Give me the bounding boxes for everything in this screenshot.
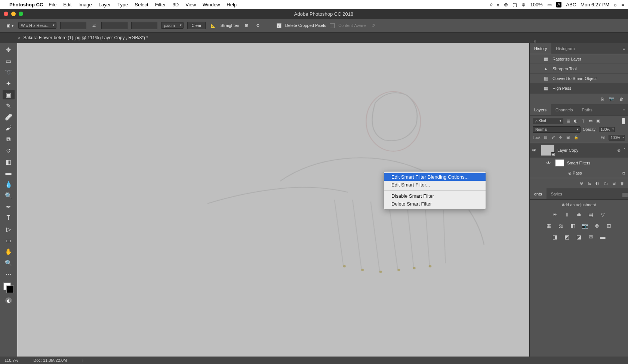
visibility-icon[interactable]: 👁 xyxy=(546,160,552,166)
snapshot-icon[interactable]: 📷 xyxy=(609,96,614,101)
layer-fx-icon[interactable]: fx xyxy=(588,181,591,186)
shape-tool[interactable]: ▭ xyxy=(3,235,15,245)
vibrance-icon[interactable]: ▽ xyxy=(599,211,607,218)
filter-type-icon[interactable]: T xyxy=(581,118,586,124)
crop-tool[interactable]: ▣ xyxy=(3,90,15,99)
levels-icon[interactable]: ⫴ xyxy=(563,211,571,218)
filter-link-icon[interactable]: ⊚ xyxy=(617,148,621,153)
doc-info[interactable]: Doc: 11.0M/22.0M xyxy=(33,358,67,363)
airplay-icon[interactable]: ▢ xyxy=(512,2,517,7)
gradient-map-icon[interactable]: ✉ xyxy=(587,233,595,241)
dropbox-icon[interactable]: ⩷ xyxy=(497,2,499,7)
crop-tool-icon[interactable]: ▣ ▾ xyxy=(6,21,15,30)
delete-state-icon[interactable]: 🗑 xyxy=(619,97,624,101)
gradient-tool[interactable]: ▬ xyxy=(3,168,15,178)
crop-width-field[interactable] xyxy=(60,22,86,29)
new-layer-icon[interactable]: ⊞ xyxy=(612,181,616,186)
delete-cropped-checkbox[interactable]: ✓ xyxy=(277,23,281,28)
filter-blend-icon[interactable]: ⧉ xyxy=(622,171,628,176)
layers-menu-icon[interactable]: ≡ xyxy=(620,108,628,112)
tab-channels[interactable]: Channels xyxy=(551,104,577,115)
history-menu-icon[interactable]: ≡ xyxy=(620,46,628,51)
settings-icon[interactable]: ⚙ xyxy=(254,22,262,29)
zoom-tool[interactable]: 🔍 xyxy=(3,258,15,268)
straighten-label[interactable]: Straighten xyxy=(221,23,239,28)
menu-help[interactable]: Help xyxy=(227,2,237,7)
threshold-icon[interactable]: ◪ xyxy=(575,233,583,241)
crop-res-field[interactable] xyxy=(131,22,157,29)
expand-icon[interactable]: ˄ xyxy=(624,148,626,153)
maximize-window[interactable] xyxy=(19,12,23,16)
path-select-tool[interactable]: ▷ xyxy=(3,224,15,234)
history-item[interactable]: ▦High Pass xyxy=(530,83,628,93)
crop-ratio-dropdown[interactable]: W x H x Reso... xyxy=(18,22,56,29)
menu-view[interactable]: View xyxy=(185,2,196,7)
panel-scrollbar[interactable] xyxy=(622,192,628,198)
filter-toggle[interactable] xyxy=(622,118,625,124)
curves-icon[interactable]: ⩩ xyxy=(575,211,583,218)
tab-history[interactable]: History xyxy=(530,43,551,54)
menu-select[interactable]: Select xyxy=(135,2,148,7)
color-swatches[interactable] xyxy=(3,283,14,293)
menu-layer[interactable]: Layer xyxy=(99,2,111,7)
delete-layer-icon[interactable]: 🗑 xyxy=(620,181,624,186)
tab-styles[interactable]: Styles xyxy=(547,188,567,199)
edit-toolbar[interactable]: ⋯ xyxy=(3,269,15,279)
hand-tool[interactable]: ✋ xyxy=(3,247,15,256)
new-group-icon[interactable]: 🗀 xyxy=(604,181,608,186)
tab-paths[interactable]: Paths xyxy=(578,104,597,115)
menu-window[interactable]: Window xyxy=(203,2,220,7)
lock-pixels-icon[interactable]: 🖌 xyxy=(551,135,557,141)
pen-tool[interactable]: ✒ xyxy=(3,202,15,212)
swap-icon[interactable]: ⇄ xyxy=(90,22,98,29)
menu-type[interactable]: Type xyxy=(117,2,128,7)
eyedropper-tool[interactable]: ✎ xyxy=(3,101,15,111)
lasso-tool[interactable]: ➰ xyxy=(3,67,15,77)
overlay-icon[interactable]: ⊞ xyxy=(243,22,250,29)
lock-all-icon[interactable]: 🔒 xyxy=(574,135,579,141)
hue-icon[interactable]: ▦ xyxy=(545,222,553,229)
marquee-tool[interactable]: ▭ xyxy=(3,56,15,66)
smart-filter-item[interactable]: 👁 ⊚ Pass ⧉ xyxy=(530,168,628,178)
menu-icon[interactable]: ≡ xyxy=(621,2,624,7)
menu-filter[interactable]: Filter xyxy=(155,2,166,7)
crop-units-dropdown[interactable]: px/cm xyxy=(161,22,184,29)
menu-image[interactable]: Image xyxy=(78,2,92,7)
link-layers-icon[interactable]: ⊘ xyxy=(580,181,583,186)
posterize-icon[interactable]: ◩ xyxy=(563,233,571,241)
lock-transparency-icon[interactable]: ▦ xyxy=(544,135,549,141)
app1-icon[interactable]: ◊ xyxy=(490,2,492,7)
channel-mixer-icon[interactable]: ⊚ xyxy=(593,222,601,229)
filter-adj-icon[interactable]: ◐ xyxy=(573,118,578,124)
stamp-tool[interactable]: ⧉ xyxy=(3,135,15,144)
crop-height-field[interactable] xyxy=(101,22,127,29)
document-tab[interactable]: Sakura Flower-before (1).jpg @ 111% (Lay… xyxy=(23,35,148,40)
tab-histogram[interactable]: Histogram xyxy=(551,43,579,54)
battery-pct[interactable]: 100% xyxy=(530,2,542,7)
blur-tool[interactable]: 💧 xyxy=(3,179,15,189)
cm-edit-blending[interactable]: Edit Smart Filter Blending Options... xyxy=(384,173,486,181)
collapse-panel-icon[interactable]: × xyxy=(533,38,536,44)
status-popup-icon[interactable]: › xyxy=(82,358,83,363)
wifi-icon[interactable]: ⊚ xyxy=(521,2,526,7)
tab-adjustments[interactable]: ents xyxy=(530,188,547,199)
battery-icon[interactable]: ▭ xyxy=(547,2,552,7)
dodge-tool[interactable]: 🔍 xyxy=(3,191,15,200)
quick-select-tool[interactable]: ✦ xyxy=(3,78,15,88)
type-tool[interactable]: T xyxy=(3,213,15,223)
opacity-value[interactable]: 100% xyxy=(599,127,615,132)
selective-color-icon[interactable]: ▬ xyxy=(599,233,607,241)
filter-smart-icon[interactable]: ▣ xyxy=(595,118,601,124)
photo-filter-icon[interactable]: 📷 xyxy=(581,222,589,229)
lock-artboard-icon[interactable]: ▣ xyxy=(566,135,572,141)
layer-mask-icon[interactable]: ◐ xyxy=(595,181,599,186)
filter-kind-dropdown[interactable]: ⌕ Kind xyxy=(533,118,563,124)
layer-thumbnail[interactable] xyxy=(541,145,554,156)
filter-mask[interactable] xyxy=(555,159,564,167)
filter-pixel-icon[interactable]: ▦ xyxy=(566,118,571,124)
close-window[interactable] xyxy=(4,12,8,16)
visibility-icon[interactable]: 👁 xyxy=(532,148,538,153)
healing-tool[interactable]: 🩹 xyxy=(3,112,15,122)
cm-disable-filter[interactable]: Disable Smart Filter xyxy=(384,192,486,200)
new-doc-from-state-icon[interactable]: ⎘ xyxy=(601,97,604,101)
